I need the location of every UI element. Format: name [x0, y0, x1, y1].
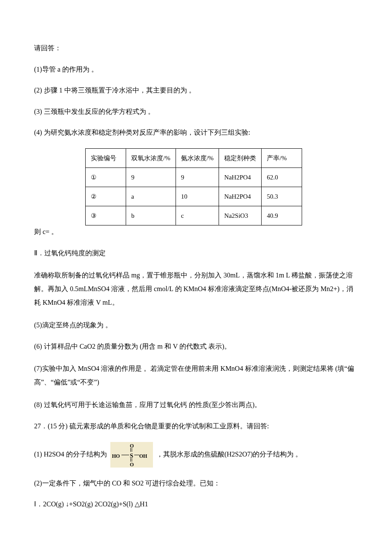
question-4-tail: 则 c= 。	[34, 226, 358, 237]
question-5: (5)滴定至终点的现象为 。	[34, 320, 358, 331]
q27-1-part-a: (1) H2SO4 的分子结构为	[34, 450, 107, 457]
table-header-row: 实验编号 双氧水浓度/% 氨水浓度/% 稳定剂种类 产率/%	[86, 148, 302, 168]
question-1: (1)导管 a 的作用为 。	[34, 64, 358, 75]
table-row: ② a 10 NaH2PO4 50.3	[86, 187, 302, 206]
experiment-table: 实验编号 双氧水浓度/% 氨水浓度/% 稳定剂种类 产率/% ① 9 9 NaH…	[85, 148, 302, 225]
question-27-2: (2)一定条件下，烟气中的 CO 和 SO2 可进行综合处理。已知：	[34, 478, 358, 489]
h2so4-structure-icon: O O S HO OH	[110, 442, 153, 468]
question-2: (2) 步骤 1 中将三颈瓶置于冷水浴中，其主要目的为 。	[34, 85, 358, 96]
question-3: (3) 三颈瓶中发生反应的化学方程式为 。	[34, 106, 358, 117]
cell: 50.3	[262, 187, 302, 206]
cell: 10	[176, 187, 219, 206]
cell: 62.0	[262, 168, 302, 187]
question-7: (7)实验中加入 MnSO4 溶液的作用是 。若滴定管在使用前未用 KMnO4 …	[34, 362, 358, 389]
atom-oh-left: HO	[112, 452, 120, 460]
cell: ③	[86, 206, 126, 225]
document-page: 请回答： (1)导管 a 的作用为 。 (2) 步骤 1 中将三颈瓶置于冷水浴中…	[0, 0, 392, 543]
atom-oh-right: OH	[139, 452, 147, 460]
cell: NaH2PO4	[219, 168, 262, 187]
section-2-description: 准确称取所制备的过氧化钙样品 mg，置于锥形瓶中，分别加入 30mL，蒸馏水和 …	[34, 269, 358, 309]
cell: 9	[126, 168, 176, 187]
question-27-1: (1) H2SO4 的分子结构为 O O S HO OH ，其脱水形成的焦硫酸(…	[34, 442, 358, 468]
question-4-lead: (4) 为研究氨水浓度和稳定剂种类对反应产率的影响，设计下列三组实验:	[34, 127, 358, 138]
cell: c	[176, 206, 219, 225]
question-6: (6) 计算样品中 CaO2 的质量分数为 (用含 m 和 V 的代数式 表示)…	[34, 341, 358, 352]
th-id: 实验编号	[86, 148, 126, 168]
bond-icon	[130, 458, 131, 462]
cell: 40.9	[262, 206, 302, 225]
cell: Na2SiO3	[219, 206, 262, 225]
th-h2o2: 双氧水浓度/%	[126, 148, 176, 168]
cell: b	[126, 206, 176, 225]
th-nh3: 氨水浓度/%	[176, 148, 219, 168]
intro-text: 请回答：	[34, 43, 358, 54]
cell: 9	[176, 168, 219, 187]
bond-icon	[134, 455, 139, 455]
cell: a	[126, 187, 176, 206]
table-row: ① 9 9 NaH2PO4 62.0	[86, 168, 302, 187]
bond-icon	[132, 448, 132, 452]
q27-1-part-b: ，其脱水形成的焦硫酸(H2S2O7)的分子结构为 。	[156, 450, 303, 457]
th-yield: 产率/%	[262, 148, 302, 168]
cell: ②	[86, 187, 126, 206]
th-stabilizer: 稳定剂种类	[219, 148, 262, 168]
section-2-heading: Ⅱ．过氧化钙纯度的测定	[34, 248, 358, 259]
equation-I: Ⅰ．2CO(g) ↓+SO2(g) 2CO2(g)+S(l) △H1	[34, 499, 358, 510]
table-row: ③ b c Na2SiO3 40.9	[86, 206, 302, 225]
atom-o-bottom: O	[130, 461, 134, 469]
bond-icon	[130, 448, 131, 452]
bond-icon	[132, 458, 132, 462]
question-27: 27．(15 分) 硫元素形成的单质和化合物是重要的化学试制和工业原料。请回答:	[34, 421, 358, 432]
cell: NaH2PO4	[219, 187, 262, 206]
question-8: (8) 过氧化钙可用于长途运输鱼苗，应用了过氧化钙 的性质(至少答出两点)。	[34, 399, 358, 410]
bond-icon	[121, 455, 129, 455]
cell: ①	[86, 168, 126, 187]
